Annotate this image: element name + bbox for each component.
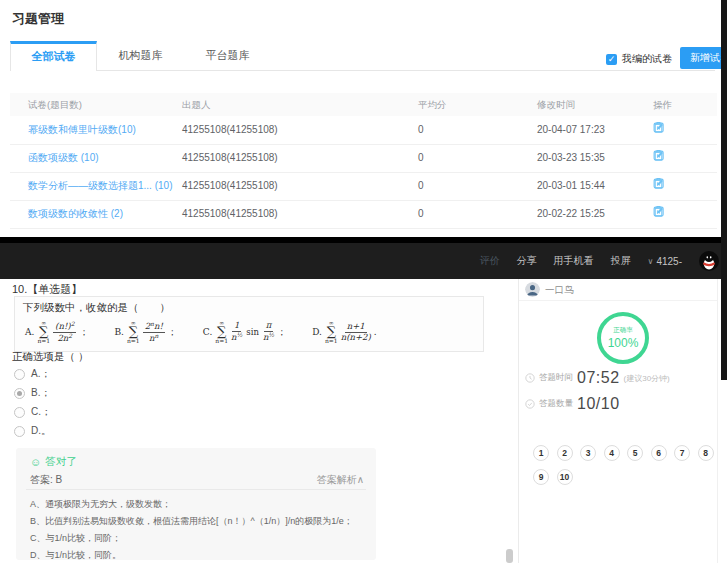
question-nav-6[interactable]: 6 [651,445,667,461]
accuracy-value: 100% [608,336,639,350]
time-stat-row: 答题时间 07:52 (建议30分钟) [525,369,670,387]
paper-avg-score: 0 [418,200,424,228]
chevron-down-icon: ∨ [648,257,654,266]
smiley-icon: ☺ [30,456,41,468]
paper-link[interactable]: 幂级数和傅里叶级数(10) [28,116,136,144]
paper-author: 41255108(41255108) [182,144,278,172]
paper-avg-score: 0 [418,116,424,144]
col-header-author: 出题人 [182,93,211,116]
question-text: 下列级数中，收敛的是（ ） [23,301,170,315]
paper-table-row: 数学分析——级数选择题1... (10)41255108(41255108)02… [10,172,717,201]
choice-B[interactable]: B.； [14,386,50,400]
feedback-box: ☺ 答对了 答案: B 答案解析∧ A、通项极限为无穷大，级数发散；B、比值判别… [16,448,376,560]
delete-icon[interactable] [653,200,664,228]
paper-table-row: 函数项级数 (10)41255108(41255108)020-03-23 15… [10,144,717,173]
explanation-line: D、与1/n比较，同阶。 [30,549,121,562]
radio-selected[interactable] [14,388,25,399]
paper-link[interactable]: 函数项级数 (10) [28,144,99,172]
question-nav-1[interactable]: 1 [533,445,549,461]
paper-table-row: 幂级数和傅里叶级数(10)41255108(41255108)020-04-07… [10,116,717,145]
screen: 习题管理 全部试卷 机构题库 平台题库 ✓ 我编的试卷 新增试卷 试卷(题目数)… [0,0,727,563]
paper-avg-score: 0 [418,172,424,200]
paper-modified-time: 20-03-01 15:44 [537,172,605,200]
time-label: 答题时间 [539,372,573,384]
question-nav-4[interactable]: 4 [604,445,620,461]
delete-icon[interactable] [653,116,664,144]
accuracy-label: 正确率 [613,326,633,335]
delete-icon[interactable] [653,144,664,172]
scrollbar-thumb[interactable] [506,549,513,563]
question-nav-8[interactable]: 8 [698,445,714,461]
quiz-panel: 10.【单选题】 下列级数中，收敛的是（ ） A.∞∑n=1(n!)22n2；B… [0,279,518,563]
choice-label: A.； [31,367,50,381]
feedback-divider [26,489,366,490]
clock-icon [525,369,535,387]
math-options-row: A.∞∑n=1(n!)22n2；B.∞∑n=12nn!nn；C.∞∑n=11n½… [25,316,477,348]
paper-modified-time: 20-02-22 15:25 [537,200,605,228]
sidebar-username: 一口鸟 [545,284,574,297]
paper-table-header: 试卷(题目数) 出题人 平均分 修改时间 操作 [10,93,717,116]
tab-all-papers[interactable]: 全部试卷 [10,41,97,71]
result-sidebar: 一口鸟 正确率 100% 答题时间 07:52 (建议30分钟) 答题数量 10… [518,279,718,563]
correct-answer-label: 答案: B [30,473,62,487]
paper-author: 41255108(41255108) [182,172,278,200]
question-nav-10[interactable]: 10 [557,469,573,485]
col-header-modified: 修改时间 [537,93,575,116]
paper-author: 41255108(41255108) [182,116,278,144]
radio-unselected[interactable] [14,426,25,437]
choice-D[interactable]: D.。 [14,424,51,438]
my-papers-checkbox-group[interactable]: ✓ 我编的试卷 [606,52,672,66]
question-nav-5[interactable]: 5 [627,445,643,461]
checkbox-checked-icon[interactable]: ✓ [606,54,617,65]
question-nav-7[interactable]: 7 [674,445,690,461]
sum-symbol: ∞∑n=1 [37,320,50,344]
player-bar-nav: 评价分享用手机看投屏∨4125- [480,243,719,279]
bar-username: 4125- [656,256,682,267]
bar-item-1[interactable]: 分享 [517,254,537,268]
user-menu[interactable]: ∨4125- [648,256,682,267]
add-paper-button[interactable]: 新增试卷 [680,47,727,69]
choice-A[interactable]: A.； [14,367,50,381]
paper-modified-time: 20-03-23 15:35 [537,144,605,172]
accuracy-ring: 正确率 100% [597,312,649,364]
sum-symbol: ∞∑n=1 [127,320,140,344]
radio-unselected[interactable] [14,369,25,380]
answer-prompt: 正确选项是（ ） [12,350,88,364]
bar-item-0[interactable]: 评价 [480,254,500,268]
choice-C[interactable]: C.； [14,405,51,419]
explanation-line: C、与1/n比较，同阶； [30,532,121,545]
tab-platform-bank[interactable]: 平台题库 [184,41,271,70]
col-header-paper: 试卷(题目数) [28,93,82,116]
bar-item-3[interactable]: 投屏 [611,254,631,268]
tab-org-bank[interactable]: 机构题库 [97,41,184,70]
question-box: 下列级数中，收敛的是（ ） A.∞∑n=1(n!)22n2；B.∞∑n=12nn… [14,296,484,352]
paper-link[interactable]: 数项级数的收敛性 (2) [28,200,123,228]
delete-icon[interactable] [653,172,664,200]
paper-table-row: 数项级数的收敛性 (2)41255108(41255108)020-02-22 … [10,200,717,229]
time-value: 07:52 [577,369,620,387]
math-option-B: B.∞∑n=12nn!nn； [114,320,176,344]
letterbox-strip [721,0,727,380]
time-hint: (建议30分钟) [624,373,670,384]
my-papers-checkbox-label: 我编的试卷 [622,52,672,66]
count-label: 答题数量 [539,398,573,410]
explanation-line: B、比值判别法易知级数收敛，根值法需用结论[（n！）^（1/n）]/n的极限为1… [30,515,353,528]
choice-label: C.； [31,405,51,419]
math-option-C: C.∞∑n=11n½sinπn½； [203,320,286,344]
analysis-toggle[interactable]: 答案解析∧ [317,473,364,487]
col-header-actions: 操作 [653,93,672,116]
paper-modified-time: 20-04-07 17:23 [537,116,605,144]
paper-link[interactable]: 数学分析——级数选择题1... (10) [28,172,172,200]
math-option-D: D.∞∑n=1n+1n(n+2). [312,320,376,344]
bar-item-2[interactable]: 用手机看 [554,254,594,268]
question-nav-3[interactable]: 3 [580,445,596,461]
question-nav-2[interactable]: 2 [557,445,573,461]
choice-label: D.。 [31,424,51,438]
qq-avatar[interactable] [699,251,719,271]
question-nav-9[interactable]: 9 [533,469,549,485]
explanation-line: A、通项极限为无穷大，级数发散； [30,498,171,511]
radio-unselected[interactable] [14,407,25,418]
col-header-avg: 平均分 [418,93,447,116]
choice-label: B.； [31,386,50,400]
user-avatar[interactable] [525,282,540,297]
